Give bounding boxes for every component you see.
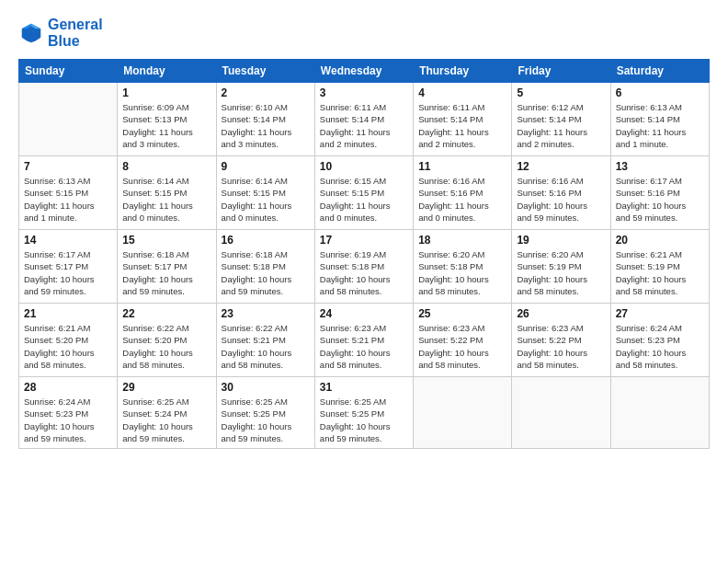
day-cell: 1Sunrise: 6:09 AM Sunset: 5:13 PM Daylig… bbox=[118, 83, 216, 156]
day-cell: 6Sunrise: 6:13 AM Sunset: 5:14 PM Daylig… bbox=[610, 83, 709, 156]
day-number: 6 bbox=[616, 86, 704, 99]
day-info: Sunrise: 6:16 AM Sunset: 5:16 PM Dayligh… bbox=[418, 175, 506, 224]
day-number: 12 bbox=[517, 160, 605, 173]
day-number: 22 bbox=[122, 307, 210, 320]
day-info: Sunrise: 6:13 AM Sunset: 5:14 PM Dayligh… bbox=[616, 101, 704, 150]
day-info: Sunrise: 6:21 AM Sunset: 5:20 PM Dayligh… bbox=[24, 322, 112, 371]
day-info: Sunrise: 6:19 AM Sunset: 5:18 PM Dayligh… bbox=[320, 248, 408, 297]
week-row-3: 21Sunrise: 6:21 AM Sunset: 5:20 PM Dayli… bbox=[19, 304, 710, 377]
day-cell: 13Sunrise: 6:17 AM Sunset: 5:16 PM Dayli… bbox=[610, 156, 709, 230]
day-info: Sunrise: 6:14 AM Sunset: 5:15 PM Dayligh… bbox=[122, 175, 210, 224]
day-number: 13 bbox=[616, 160, 704, 173]
day-cell: 18Sunrise: 6:20 AM Sunset: 5:18 PM Dayli… bbox=[414, 230, 512, 304]
day-number: 7 bbox=[24, 160, 112, 173]
day-info: Sunrise: 6:22 AM Sunset: 5:21 PM Dayligh… bbox=[222, 322, 310, 371]
day-cell: 20Sunrise: 6:21 AM Sunset: 5:19 PM Dayli… bbox=[610, 230, 709, 304]
day-number: 9 bbox=[222, 160, 310, 173]
day-info: Sunrise: 6:23 AM Sunset: 5:22 PM Dayligh… bbox=[418, 322, 506, 371]
header-saturday: Saturday bbox=[610, 60, 709, 83]
day-info: Sunrise: 6:14 AM Sunset: 5:15 PM Dayligh… bbox=[222, 175, 310, 224]
day-cell: 7Sunrise: 6:13 AM Sunset: 5:15 PM Daylig… bbox=[19, 156, 118, 230]
day-number: 26 bbox=[517, 307, 605, 320]
calendar-table: SundayMondayTuesdayWednesdayThursdayFrid… bbox=[18, 59, 710, 449]
day-info: Sunrise: 6:12 AM Sunset: 5:14 PM Dayligh… bbox=[517, 101, 605, 150]
day-info: Sunrise: 6:23 AM Sunset: 5:22 PM Dayligh… bbox=[517, 322, 605, 371]
day-cell: 5Sunrise: 6:12 AM Sunset: 5:14 PM Daylig… bbox=[512, 83, 610, 156]
day-cell: 4Sunrise: 6:11 AM Sunset: 5:14 PM Daylig… bbox=[414, 83, 512, 156]
day-cell bbox=[19, 83, 118, 156]
week-row-0: 1Sunrise: 6:09 AM Sunset: 5:13 PM Daylig… bbox=[19, 83, 710, 156]
logo-icon bbox=[18, 20, 44, 46]
day-info: Sunrise: 6:25 AM Sunset: 5:25 PM Dayligh… bbox=[222, 396, 310, 444]
day-cell: 11Sunrise: 6:16 AM Sunset: 5:16 PM Dayli… bbox=[414, 156, 512, 230]
week-row-2: 14Sunrise: 6:17 AM Sunset: 5:17 PM Dayli… bbox=[19, 230, 710, 304]
header-monday: Monday bbox=[118, 60, 216, 83]
day-number: 8 bbox=[122, 160, 210, 173]
day-cell: 28Sunrise: 6:24 AM Sunset: 5:23 PM Dayli… bbox=[19, 377, 118, 449]
day-cell: 22Sunrise: 6:22 AM Sunset: 5:20 PM Dayli… bbox=[118, 304, 216, 377]
day-info: Sunrise: 6:11 AM Sunset: 5:14 PM Dayligh… bbox=[320, 101, 408, 150]
day-number: 15 bbox=[122, 234, 210, 247]
day-cell: 12Sunrise: 6:16 AM Sunset: 5:16 PM Dayli… bbox=[512, 156, 610, 230]
day-number: 31 bbox=[320, 381, 408, 394]
day-cell: 23Sunrise: 6:22 AM Sunset: 5:21 PM Dayli… bbox=[216, 304, 314, 377]
day-cell bbox=[610, 377, 709, 449]
day-info: Sunrise: 6:20 AM Sunset: 5:19 PM Dayligh… bbox=[517, 248, 605, 297]
day-number: 3 bbox=[320, 86, 408, 99]
day-info: Sunrise: 6:10 AM Sunset: 5:14 PM Dayligh… bbox=[222, 101, 310, 150]
day-cell: 2Sunrise: 6:10 AM Sunset: 5:14 PM Daylig… bbox=[216, 83, 314, 156]
day-cell: 29Sunrise: 6:25 AM Sunset: 5:24 PM Dayli… bbox=[118, 377, 216, 449]
day-number: 18 bbox=[418, 234, 506, 247]
day-cell: 27Sunrise: 6:24 AM Sunset: 5:23 PM Dayli… bbox=[610, 304, 709, 377]
day-info: Sunrise: 6:18 AM Sunset: 5:18 PM Dayligh… bbox=[222, 248, 310, 297]
day-info: Sunrise: 6:22 AM Sunset: 5:20 PM Dayligh… bbox=[122, 322, 210, 371]
day-number: 21 bbox=[24, 307, 112, 320]
day-info: Sunrise: 6:25 AM Sunset: 5:24 PM Dayligh… bbox=[122, 396, 210, 444]
day-info: Sunrise: 6:24 AM Sunset: 5:23 PM Dayligh… bbox=[24, 396, 112, 444]
day-number: 23 bbox=[222, 307, 310, 320]
day-cell: 10Sunrise: 6:15 AM Sunset: 5:15 PM Dayli… bbox=[314, 156, 413, 230]
day-cell: 8Sunrise: 6:14 AM Sunset: 5:15 PM Daylig… bbox=[118, 156, 216, 230]
day-info: Sunrise: 6:20 AM Sunset: 5:18 PM Dayligh… bbox=[418, 248, 506, 297]
day-number: 4 bbox=[418, 86, 506, 99]
day-number: 14 bbox=[24, 234, 112, 247]
day-info: Sunrise: 6:15 AM Sunset: 5:15 PM Dayligh… bbox=[320, 175, 408, 224]
day-number: 17 bbox=[320, 234, 408, 247]
day-cell: 21Sunrise: 6:21 AM Sunset: 5:20 PM Dayli… bbox=[19, 304, 118, 377]
week-row-1: 7Sunrise: 6:13 AM Sunset: 5:15 PM Daylig… bbox=[19, 156, 710, 230]
header-thursday: Thursday bbox=[414, 60, 512, 83]
day-number: 19 bbox=[517, 234, 605, 247]
day-info: Sunrise: 6:17 AM Sunset: 5:17 PM Dayligh… bbox=[24, 248, 112, 297]
day-info: Sunrise: 6:24 AM Sunset: 5:23 PM Dayligh… bbox=[616, 322, 704, 371]
day-cell: 3Sunrise: 6:11 AM Sunset: 5:14 PM Daylig… bbox=[314, 83, 413, 156]
logo: General Blue bbox=[18, 17, 103, 50]
day-info: Sunrise: 6:13 AM Sunset: 5:15 PM Dayligh… bbox=[24, 175, 112, 224]
day-number: 29 bbox=[122, 381, 210, 394]
header-sunday: Sunday bbox=[19, 60, 118, 83]
day-cell: 31Sunrise: 6:25 AM Sunset: 5:25 PM Dayli… bbox=[314, 377, 413, 449]
week-row-4: 28Sunrise: 6:24 AM Sunset: 5:23 PM Dayli… bbox=[19, 377, 710, 449]
day-info: Sunrise: 6:25 AM Sunset: 5:25 PM Dayligh… bbox=[320, 396, 408, 444]
header-wednesday: Wednesday bbox=[314, 60, 413, 83]
page: General Blue SundayMondayTuesdayWednesda… bbox=[0, 0, 728, 563]
svg-marker-0 bbox=[22, 24, 41, 43]
day-cell: 16Sunrise: 6:18 AM Sunset: 5:18 PM Dayli… bbox=[216, 230, 314, 304]
header-row: SundayMondayTuesdayWednesdayThursdayFrid… bbox=[19, 60, 710, 83]
day-number: 10 bbox=[320, 160, 408, 173]
day-cell: 15Sunrise: 6:18 AM Sunset: 5:17 PM Dayli… bbox=[118, 230, 216, 304]
day-number: 16 bbox=[222, 234, 310, 247]
day-cell: 25Sunrise: 6:23 AM Sunset: 5:22 PM Dayli… bbox=[414, 304, 512, 377]
day-number: 20 bbox=[616, 234, 704, 247]
day-number: 11 bbox=[418, 160, 506, 173]
day-info: Sunrise: 6:21 AM Sunset: 5:19 PM Dayligh… bbox=[616, 248, 704, 297]
day-cell: 14Sunrise: 6:17 AM Sunset: 5:17 PM Dayli… bbox=[19, 230, 118, 304]
day-cell: 17Sunrise: 6:19 AM Sunset: 5:18 PM Dayli… bbox=[314, 230, 413, 304]
day-number: 24 bbox=[320, 307, 408, 320]
day-number: 5 bbox=[517, 86, 605, 99]
day-info: Sunrise: 6:16 AM Sunset: 5:16 PM Dayligh… bbox=[517, 175, 605, 224]
day-number: 1 bbox=[122, 86, 210, 99]
day-cell bbox=[414, 377, 512, 449]
day-cell: 19Sunrise: 6:20 AM Sunset: 5:19 PM Dayli… bbox=[512, 230, 610, 304]
day-number: 2 bbox=[222, 86, 310, 99]
header: General Blue bbox=[18, 17, 710, 50]
